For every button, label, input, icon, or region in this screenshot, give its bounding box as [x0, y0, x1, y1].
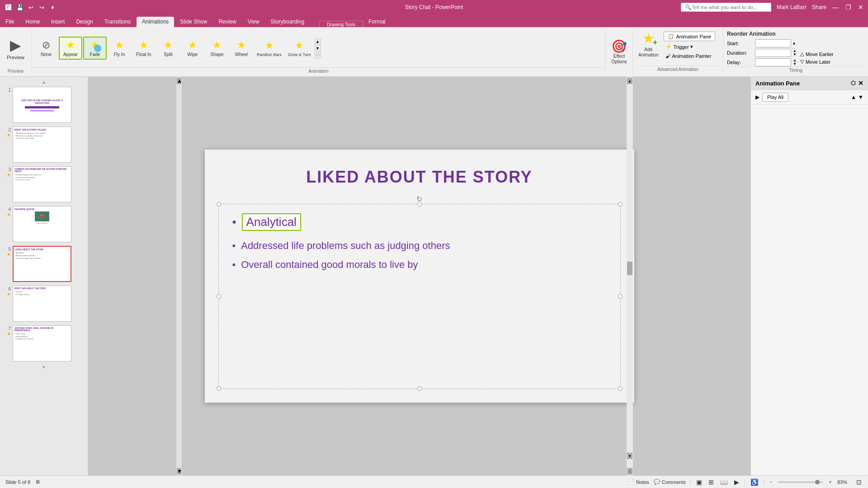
- canvas-scroll-down[interactable]: ▼: [627, 453, 632, 459]
- customize-qa-button[interactable]: ▾: [48, 3, 57, 12]
- sort-down-icon[interactable]: ▼: [858, 94, 863, 100]
- search-input[interactable]: [692, 5, 767, 10]
- slide-item-5[interactable]: 5 ★ LIKED ABOUT THE STORY • Analytical• …: [0, 244, 88, 283]
- handle-bl[interactable]: [217, 386, 221, 391]
- canvas-scrollbar[interactable]: ▲ ▼ ⟨: [627, 77, 633, 475]
- panel-scroll-up[interactable]: ▲: [0, 79, 88, 85]
- scrollbar-up-btn[interactable]: ▲: [177, 78, 181, 84]
- sort-up-icon[interactable]: ▲: [851, 94, 856, 100]
- comments-button[interactable]: 💬 Comments: [654, 479, 686, 485]
- animation-pane-title: Animation Pane: [755, 80, 800, 87]
- pane-expand-icon[interactable]: ⬡: [851, 80, 855, 86]
- start-input[interactable]: [755, 39, 791, 47]
- tab-format[interactable]: Format: [363, 17, 391, 27]
- zoom-level[interactable]: 83%: [837, 479, 851, 485]
- reading-view-icon[interactable]: 📖: [719, 478, 729, 487]
- tab-animations[interactable]: Animations: [137, 17, 174, 27]
- slide-layout-icon[interactable]: ⊞: [36, 479, 40, 485]
- tab-slideshow[interactable]: Slide Show: [175, 17, 212, 27]
- anim-float-in[interactable]: ★ Float In: [132, 38, 156, 59]
- start-dropdown-icon[interactable]: ▾: [793, 41, 795, 46]
- zoom-thumb[interactable]: [815, 480, 820, 484]
- handle-mr[interactable]: [618, 294, 623, 299]
- panel-scroll-down[interactable]: ▼: [0, 364, 88, 371]
- tab-home[interactable]: Home: [20, 17, 45, 27]
- panel-scrollbar[interactable]: ▲ ▼: [176, 77, 182, 475]
- animation-painter-button[interactable]: 🖌 Animation Painter: [664, 52, 715, 60]
- anim-appear[interactable]: ★ Appear: [59, 37, 82, 60]
- trigger-button[interactable]: ⚡ Trigger ▾: [664, 43, 715, 51]
- title-bar: 🅿 💾 ↩ ↪ ▾ Story Chat - PowerPoint 🔍 Mark…: [0, 0, 868, 14]
- handle-tm[interactable]: [417, 202, 422, 206]
- slide-item-4[interactable]: 4 ★ FAVORITE QUOTE 🌺 Quote text here: [0, 205, 88, 244]
- slide-item-7[interactable]: 7 ★ ANOTHER STORY, SONG, OR MOVIE OF REM…: [0, 324, 88, 363]
- anim-random-bars[interactable]: ★ Random Bars: [254, 38, 284, 59]
- delay-down-icon[interactable]: ▼: [793, 62, 797, 66]
- scroll-down-button[interactable]: ▼: [315, 45, 321, 52]
- anim-grow-turn[interactable]: ★ Grow & Turn: [285, 38, 314, 59]
- slideshow-icon[interactable]: ▶: [733, 478, 740, 487]
- tab-file[interactable]: File: [0, 17, 19, 27]
- handle-ml[interactable]: [217, 294, 221, 299]
- tab-insert[interactable]: Insert: [46, 17, 70, 27]
- save-button[interactable]: 💾: [15, 3, 24, 12]
- accessibility-icon[interactable]: ♿: [750, 478, 759, 487]
- handle-bm[interactable]: [417, 386, 422, 391]
- tab-transitions[interactable]: Transitions: [99, 17, 136, 27]
- redo-button[interactable]: ↪: [37, 3, 46, 12]
- duration-input[interactable]: [755, 49, 791, 57]
- anim-wipe[interactable]: ★ Wipe: [181, 38, 204, 59]
- canvas-scroll-bottom[interactable]: ⟨: [627, 468, 632, 474]
- notes-button[interactable]: 📄 Notes: [628, 479, 649, 485]
- share-button[interactable]: Share: [812, 4, 826, 10]
- zoom-in-icon[interactable]: ＋: [828, 479, 833, 485]
- slide-sorter-icon[interactable]: ⊞: [708, 478, 715, 487]
- tab-view[interactable]: View: [242, 17, 265, 27]
- zoom-out-icon[interactable]: －: [769, 479, 774, 485]
- anim-split[interactable]: ★ Split: [156, 38, 180, 59]
- minimize-button[interactable]: —: [832, 4, 839, 11]
- delay-input[interactable]: [755, 58, 791, 66]
- normal-view-icon[interactable]: ▣: [695, 478, 703, 487]
- maximize-button[interactable]: ❐: [844, 4, 852, 11]
- canvas-scroll-up[interactable]: ▲: [627, 78, 632, 84]
- scroll-up-button[interactable]: ▲: [315, 38, 321, 45]
- move-earlier-button[interactable]: △ Move Earlier: [800, 51, 834, 57]
- anim-fade[interactable]: ★ 💧 Fade: [83, 37, 107, 60]
- close-button[interactable]: ✕: [857, 4, 864, 11]
- anim-shape[interactable]: ★ Shape: [205, 38, 229, 59]
- scrollbar-down-btn[interactable]: ▼: [177, 468, 181, 474]
- handle-br[interactable]: [618, 386, 623, 391]
- animation-scroll: ▲ ▼ ⋯: [315, 38, 321, 58]
- tab-review[interactable]: Review: [213, 17, 241, 27]
- slide-item-6[interactable]: 6 ★ DIDN'T LIKE ABOUT THE STORY • Overus…: [0, 284, 88, 323]
- duration-down-icon[interactable]: ▼: [793, 53, 797, 56]
- add-animation-button[interactable]: ★ + AddAnimation: [636, 31, 661, 66]
- pane-close-icon[interactable]: ✕: [858, 80, 863, 87]
- effect-options-button[interactable]: 🎯 EffectOptions: [611, 31, 627, 73]
- handle-tr[interactable]: [618, 202, 623, 206]
- tab-storyboarding[interactable]: Storyboarding: [265, 17, 310, 27]
- reorder-buttons: △ Move Earlier ▽ Move Later: [800, 31, 834, 66]
- anim-wheel[interactable]: ★ Wheel: [230, 38, 253, 59]
- search-box[interactable]: 🔍: [681, 3, 771, 12]
- anim-fly-in[interactable]: ★ Fly In: [108, 38, 131, 59]
- tab-design[interactable]: Design: [71, 17, 98, 27]
- anim-none[interactable]: ⊘ None: [34, 38, 58, 59]
- fit-slide-icon[interactable]: ⊡: [855, 478, 863, 487]
- canvas-scroll-thumb[interactable]: [627, 262, 632, 275]
- content-box[interactable]: • Analytical • Addressed life problems s…: [218, 204, 621, 389]
- slide-item-2[interactable]: 2 ★ WHAT THE AUTHOR VALUES • "Beauty was…: [0, 125, 88, 164]
- undo-button[interactable]: ↩: [26, 3, 35, 12]
- play-all-button[interactable]: Play All: [762, 93, 788, 102]
- move-later-button[interactable]: ▽ Move Later: [800, 59, 834, 65]
- slide-item-1[interactable]: 1 THE LADY IN THE LOOKING GLASS, A REFLE…: [0, 85, 88, 124]
- handle-tl[interactable]: [217, 202, 221, 206]
- play-button[interactable]: ▶: [755, 94, 760, 100]
- slide-thumb-3: COMMON LIFE PROBLEMS THE AUTHOR IS WRITI…: [13, 166, 71, 202]
- animation-pane-button[interactable]: 📋 Animation Pane: [664, 32, 715, 41]
- preview-button[interactable]: ▶ Preview: [5, 36, 27, 61]
- slide-item-3[interactable]: 3 ★ COMMON LIFE PROBLEMS THE AUTHOR IS W…: [0, 165, 88, 204]
- scroll-more-button[interactable]: ⋯: [315, 52, 321, 58]
- zoom-slider[interactable]: [778, 481, 823, 483]
